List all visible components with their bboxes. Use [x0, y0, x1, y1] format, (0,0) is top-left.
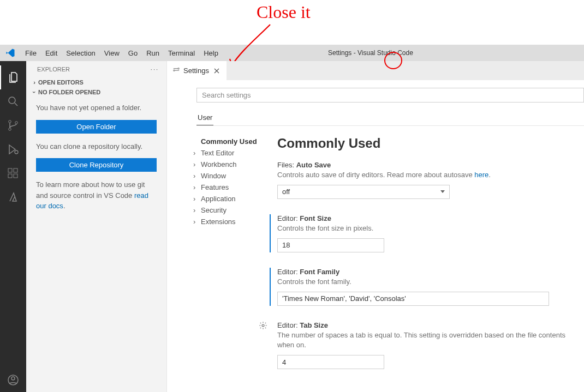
svg-point-13 [262, 324, 264, 327]
search-icon [7, 95, 20, 108]
setting-fontsize-desc: Controls the font size in pixels. [277, 224, 584, 234]
scope-tab-user[interactable]: User [196, 110, 213, 125]
azure-icon [7, 191, 20, 204]
activity-azure[interactable] [0, 185, 26, 209]
docs-msg: To learn more about how to use git and s… [36, 179, 157, 212]
menu-file[interactable]: File [21, 45, 41, 61]
chevron-right-icon: › [193, 160, 201, 168]
chevron-right-icon: › [193, 195, 201, 203]
chevron-right-icon: › [193, 218, 201, 226]
svg-rect-8 [14, 168, 17, 172]
chevron-down-icon: › [31, 88, 38, 96]
activity-extensions[interactable] [0, 161, 26, 185]
svg-point-2 [9, 128, 11, 131]
svg-point-11 [178, 68, 179, 69]
setting-files-autosave: Files: Auto Save Controls auto save of d… [277, 161, 584, 199]
editor-tabs: Settings [167, 61, 584, 80]
svg-point-3 [15, 122, 18, 124]
explorer-sidebar: EXPLORER ··· › OPEN EDITORS › NO FOLDER … [26, 61, 167, 392]
clone-repo-button[interactable]: Clone Repository [36, 158, 157, 172]
toc-security[interactable]: ›Security [201, 204, 271, 216]
gear-icon[interactable] [259, 321, 267, 331]
svg-rect-6 [8, 174, 12, 178]
chevron-right-icon: › [193, 206, 201, 214]
tab-settings-label: Settings [183, 67, 209, 75]
autosave-docs-link[interactable]: here [474, 171, 488, 179]
section-open-editors-label: OPEN EDITORS [38, 79, 84, 86]
activitybar [0, 61, 26, 392]
activity-accounts[interactable] [0, 368, 26, 392]
play-bug-icon [7, 143, 20, 156]
toc-features[interactable]: ›Features [201, 182, 271, 193]
toc-extensions[interactable]: ›Extensions [201, 216, 271, 227]
setting-autosave-desc: Controls auto save of dirty editors. Rea… [277, 170, 584, 180]
svg-rect-5 [8, 168, 12, 172]
chevron-right-icon: › [193, 183, 201, 191]
window-title: Settings - Visual Studio Code [157, 49, 584, 57]
setting-editor-fontsize: Editor: Font Size Controls the font size… [270, 214, 584, 252]
menu-go[interactable]: Go [124, 45, 142, 61]
svg-point-4 [15, 150, 18, 154]
menu-edit[interactable]: Edit [41, 45, 62, 61]
activity-explorer[interactable] [0, 65, 26, 89]
tab-close-button[interactable] [212, 67, 221, 75]
clone-msg: You can clone a repository locally. [36, 141, 157, 152]
open-folder-button[interactable]: Open Folder [36, 120, 157, 134]
svg-point-0 [9, 97, 15, 104]
menu-view[interactable]: View [100, 45, 124, 61]
sidebar-more-icon[interactable]: ··· [151, 66, 159, 73]
toc-workbench[interactable]: ›Workbench [201, 159, 271, 170]
fontfamily-input[interactable] [277, 292, 549, 306]
settings-search-input[interactable] [196, 88, 584, 102]
activity-run-debug[interactable] [0, 137, 26, 161]
annotation-text: Close it [257, 2, 311, 22]
tabsize-input[interactable] [277, 355, 384, 369]
annotation-overlay: Close it [0, 0, 584, 45]
svg-point-1 [9, 120, 11, 123]
branch-icon [7, 119, 20, 132]
setting-tabsize-desc: The number of spaces a tab is equal to. … [277, 330, 584, 351]
menubar: File Edit Selection View Go Run Terminal… [0, 45, 584, 61]
settings-toc: Commonly Used ›Text Editor ›Workbench ›W… [167, 136, 271, 384]
section-open-editors[interactable]: › OPEN EDITORS [26, 77, 166, 87]
activity-search[interactable] [0, 89, 26, 113]
chevron-right-icon: › [193, 149, 201, 157]
setting-editor-fontfamily: Editor: Font Family Controls the font fa… [270, 268, 584, 306]
no-folder-msg: You have not yet opened a folder. [36, 102, 157, 113]
toc-commonly-used[interactable]: Commonly Used [201, 136, 271, 147]
settings-list: Commonly Used Files: Auto Save Controls … [271, 136, 584, 384]
vscode-logo-icon [5, 48, 15, 58]
close-icon [213, 68, 220, 74]
activity-source-control[interactable] [0, 113, 26, 137]
files-icon [7, 71, 20, 84]
toc-text-editor[interactable]: ›Text Editor [201, 147, 271, 159]
toc-window[interactable]: ›Window [201, 170, 271, 182]
tab-settings[interactable]: Settings [167, 61, 227, 80]
setting-fontfamily-desc: Controls the font family. [277, 277, 584, 287]
section-no-folder-label: NO FOLDER OPENED [38, 89, 100, 95]
chevron-right-icon: › [31, 79, 38, 86]
account-icon [7, 373, 20, 387]
sidebar-title: EXPLORER [37, 66, 70, 73]
svg-point-10 [11, 377, 15, 380]
settings-tab-icon [172, 66, 180, 75]
svg-rect-7 [14, 174, 17, 178]
menu-selection[interactable]: Selection [62, 45, 99, 61]
section-no-folder[interactable]: › NO FOLDER OPENED [26, 87, 166, 97]
autosave-select[interactable]: off [277, 185, 450, 199]
chevron-right-icon: › [193, 172, 201, 180]
toc-application[interactable]: ›Application [201, 193, 271, 204]
fontsize-input[interactable] [277, 238, 384, 252]
setting-editor-tabsize: Editor: Tab Size The number of spaces a … [277, 321, 584, 370]
svg-point-12 [174, 70, 175, 71]
extensions-icon [7, 167, 20, 180]
settings-heading: Commonly Used [277, 136, 584, 151]
editor-area: Settings User Commonly Used ›Text Editor… [167, 61, 584, 392]
